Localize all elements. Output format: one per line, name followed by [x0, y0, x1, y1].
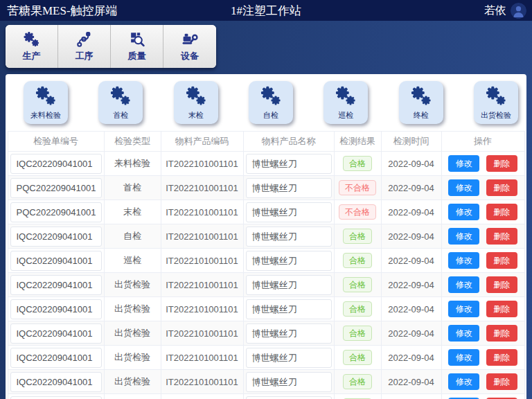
edit-button[interactable]: 修改 — [448, 252, 479, 269]
double-gear-icon — [409, 85, 433, 107]
edit-button[interactable]: 修改 — [448, 373, 479, 390]
delete-button[interactable]: 删除 — [486, 349, 517, 366]
top-bar: 苦糖果MES-触控屏端 1#注塑工作站 若依 — [0, 0, 532, 21]
material-code-cell: IT2022101001101 — [161, 176, 243, 200]
inspect-date-cell: 2022-09-04 — [381, 176, 441, 200]
double-gear-icon — [334, 85, 357, 107]
table-row: IQC202209041001 出货检验 IT2022101001101 博世螺… — [8, 321, 524, 346]
order-no-cell: PQC202209041001 — [10, 202, 102, 222]
material-name-cell: 博世螺丝刀 — [246, 275, 332, 295]
edit-button[interactable]: 修改 — [448, 179, 479, 196]
inspection-type-button[interactable]: 末检 — [174, 81, 218, 124]
edit-button[interactable]: 修改 — [448, 155, 479, 172]
column-header: 物料产品名称 — [243, 132, 334, 152]
material-name-cell: 博世螺丝刀 — [246, 202, 332, 222]
delete-button[interactable]: 删除 — [486, 179, 517, 196]
table-row: IQC202209041001 出货检验 IT2022101001101 博世螺… — [8, 394, 524, 399]
material-code-cell: IT2022101001101 — [161, 346, 243, 370]
user-avatar-icon — [511, 3, 526, 19]
inspection-type-label: 巡检 — [338, 110, 353, 121]
table-row: IQC202209041001 出货检验 IT2022101001101 博世螺… — [8, 346, 524, 370]
order-no-cell: PQC202209041001 — [10, 178, 102, 198]
toolbar-label: 生产 — [23, 50, 41, 62]
edit-button[interactable]: 修改 — [448, 204, 479, 220]
delete-button[interactable]: 删除 — [486, 252, 517, 269]
edit-button[interactable]: 修改 — [448, 228, 479, 245]
inspection-type-cell: 出货检验 — [104, 346, 161, 370]
material-code-cell: IT2022101001101 — [161, 224, 243, 249]
double-gear-icon — [34, 85, 57, 107]
result-badge: 合格 — [343, 326, 372, 341]
toolbar-process-button[interactable]: 工序 — [58, 25, 111, 68]
result-badge: 合格 — [343, 156, 372, 171]
result-badge: 不合格 — [339, 204, 376, 220]
edit-button[interactable]: 修改 — [448, 276, 479, 293]
inspection-type-button[interactable]: 来料检验 — [24, 81, 68, 124]
toolbar-quality-button[interactable]: 质量 — [111, 25, 163, 68]
gears-icon — [23, 30, 40, 48]
edit-button[interactable]: 修改 — [448, 301, 479, 317]
material-name-cell: 博世螺丝刀 — [246, 178, 332, 198]
inspection-type-label: 首检 — [113, 110, 128, 121]
delete-button[interactable]: 删除 — [486, 325, 517, 342]
inspection-type-cell: 出货检验 — [104, 370, 161, 394]
delete-button[interactable]: 删除 — [486, 204, 517, 220]
result-badge: 合格 — [343, 229, 372, 244]
inspection-type-cell: 巡检 — [104, 249, 161, 273]
inspection-type-cell: 自检 — [104, 224, 161, 249]
material-code-cell: IT2022101001101 — [161, 249, 243, 273]
order-no-cell: IQC202209041001 — [10, 299, 102, 319]
inspection-type-cell: 出货检验 — [104, 273, 161, 297]
delete-button[interactable]: 删除 — [486, 228, 517, 245]
material-code-cell: IT2022101001101 — [161, 200, 243, 224]
table-row: IQC202209041001 自检 IT2022101001101 博世螺丝刀… — [8, 224, 524, 249]
username: 若依 — [484, 3, 506, 18]
delete-button[interactable]: 删除 — [486, 301, 517, 317]
delete-button[interactable]: 删除 — [486, 276, 517, 293]
inspection-type-button[interactable]: 自检 — [249, 81, 293, 124]
process-route-icon — [76, 30, 93, 48]
material-name-cell: 博世螺丝刀 — [246, 323, 332, 344]
column-header: 操作 — [441, 132, 524, 152]
inspection-type-button[interactable]: 首检 — [98, 81, 143, 124]
inspection-type-button[interactable]: 出货检验 — [474, 81, 518, 124]
inspection-type-label: 来料检验 — [30, 110, 61, 121]
inspection-button-row: 来料检验 首检 末检 自检 巡检 终检 出货检验 — [6, 78, 526, 124]
material-name-cell: 博世螺丝刀 — [246, 299, 332, 319]
material-code-cell: IT2022101001101 — [161, 394, 243, 399]
delete-button[interactable]: 删除 — [486, 155, 517, 172]
order-no-cell: IQC202209041001 — [10, 348, 102, 368]
table-row: PQC202209041001 末检 IT2022101001101 博世螺丝刀… — [8, 200, 524, 224]
inspection-type-button[interactable]: 终检 — [399, 81, 443, 124]
delete-button[interactable]: 删除 — [486, 373, 517, 390]
station-title: 1#注塑工作站 — [0, 3, 532, 19]
order-no-cell: IQC202209041001 — [10, 396, 102, 399]
toolbar-production-button[interactable]: 生产 — [6, 25, 58, 68]
edit-button[interactable]: 修改 — [448, 325, 479, 342]
inspect-date-cell: 2022-09-04 — [381, 152, 441, 176]
inspect-date-cell: 2022-09-04 — [381, 200, 441, 224]
edit-button[interactable]: 修改 — [448, 349, 479, 366]
double-gear-icon — [259, 85, 283, 107]
table-row: IQC202209041001 出货检验 IT2022101001101 博世螺… — [8, 297, 524, 321]
order-no-cell: IQC202209041001 — [10, 372, 102, 392]
column-header: 检测结果 — [334, 132, 381, 152]
inspection-type-cell: 出货检验 — [104, 394, 161, 399]
toolbar-label: 工序 — [76, 50, 94, 62]
inspection-type-cell: 出货检验 — [104, 321, 161, 346]
double-gear-icon — [484, 85, 508, 107]
avatar[interactable] — [511, 3, 526, 19]
material-code-cell: IT2022101001101 — [161, 370, 243, 394]
material-code-cell: IT2022101001101 — [161, 297, 243, 321]
inspection-type-button[interactable]: 巡检 — [323, 81, 368, 124]
equipment-wrench-icon — [181, 30, 199, 48]
table-row: PQC202209041001 首检 IT2022101001101 博世螺丝刀… — [8, 176, 524, 200]
material-name-cell: 博世螺丝刀 — [246, 348, 332, 368]
material-code-cell: IT2022101001101 — [161, 321, 243, 346]
inspection-type-cell: 出货检验 — [104, 297, 161, 321]
inspect-date-cell: 2022-09-04 — [381, 394, 441, 399]
column-header: 检验类型 — [104, 132, 161, 152]
inspect-date-cell: 2022-09-04 — [381, 297, 441, 321]
toolbar-equipment-button[interactable]: 设备 — [163, 25, 216, 68]
order-no-cell: IQC202209041001 — [10, 251, 102, 271]
